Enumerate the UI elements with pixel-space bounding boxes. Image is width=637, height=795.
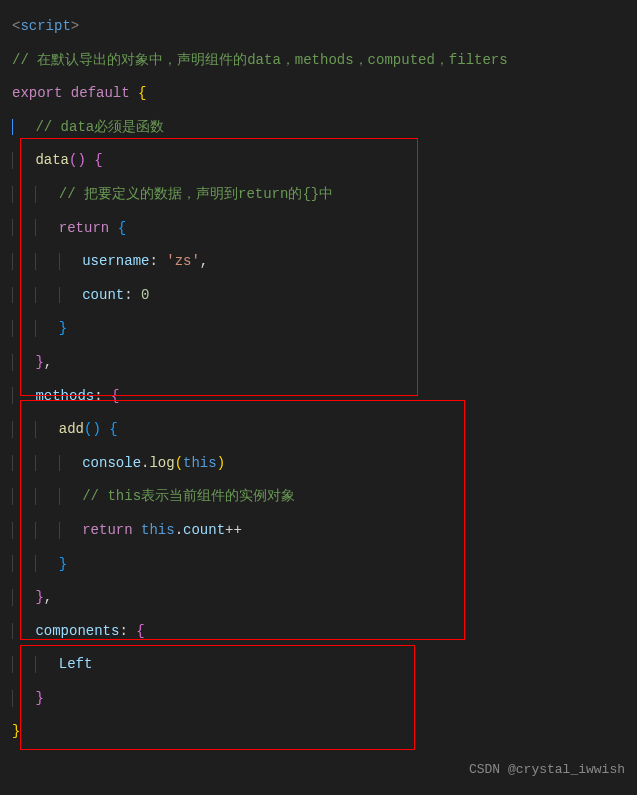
watermark-text: CSDN @crystal_iwwish [469,754,625,785]
code-line-close-brace: } [12,548,625,582]
code-line-close-brace: }, [12,346,625,380]
code-line-close-brace: } [12,312,625,346]
code-line-left-comp: Left [12,648,625,682]
code-line-close-brace: } [12,715,625,749]
code-line-methods: methods: { [12,380,625,414]
code-line-script-tag: <script> [12,10,625,44]
code-line-export: export default { [12,77,625,111]
code-line-username: username: 'zs', [12,245,625,279]
code-line-data-fn: data() { [12,144,625,178]
code-line-add-fn: add() { [12,413,625,447]
code-line-close-brace: }, [12,581,625,615]
code-line-comment: // this表示当前组件的实例对象 [12,480,625,514]
code-line-components: components: { [12,615,625,649]
code-line-return-count: return this.count++ [12,514,625,548]
code-line-comment: // 在默认导出的对象中，声明组件的data，methods，computed，… [12,44,625,78]
code-line-console-log: console.log(this) [12,447,625,481]
code-line-close-brace: } [12,682,625,716]
code-line-comment: // 把要定义的数据，声明到return的{}中 [12,178,625,212]
code-line-comment: // data必须是函数 [12,111,625,145]
code-line-count: count: 0 [12,279,625,313]
code-line-return: return { [12,212,625,246]
